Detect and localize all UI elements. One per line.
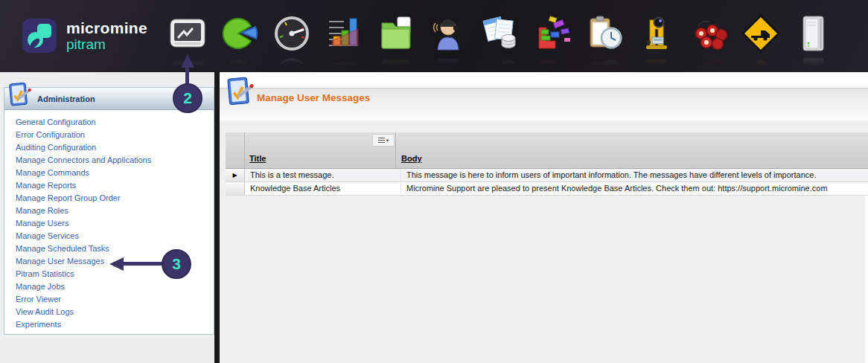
row-selector[interactable]: ▶	[226, 169, 245, 182]
sidebar-item[interactable]: Error Viewer	[16, 293, 214, 306]
sidebar-item[interactable]: Manage Commands	[16, 167, 214, 179]
top-toolbar: micromine pitram	[0, 0, 868, 72]
sidebar-area: Administration General Configuration Err…	[0, 72, 214, 363]
gauge-icon[interactable]	[271, 13, 313, 54]
sidebar-item[interactable]: Manage Connectors and Applications	[16, 154, 214, 167]
sidebar-item[interactable]: Manage Jobs	[16, 280, 214, 293]
administration-panel: Administration General Configuration Err…	[4, 87, 214, 335]
selector-column-header	[226, 132, 245, 168]
dynamite-icon[interactable]	[688, 13, 730, 54]
step-3-arrow-shaft	[123, 262, 162, 266]
sidebar-menu: General Configuration Error Configuratio…	[4, 116, 214, 331]
cell-body[interactable]: This message is here to inform users of …	[401, 169, 868, 182]
server-icon[interactable]	[792, 13, 834, 54]
brand-text: micromine pitram	[66, 19, 147, 52]
column-divider	[395, 132, 396, 168]
truck-sign-icon[interactable]	[740, 13, 782, 54]
pitram-monitor-icon[interactable]	[167, 13, 208, 54]
sidebar-item[interactable]: Manage Reports	[16, 179, 214, 192]
clipboard-clock-icon[interactable]	[584, 13, 625, 54]
main-content: Manage User Messages ▾ Title Body ▶ This…	[220, 72, 868, 363]
sidebar-item[interactable]: Experiments	[16, 318, 214, 331]
cell-body[interactable]: Micromine Support are pleased to present…	[401, 182, 868, 195]
table-row[interactable]: ▶ This is a test message. This message i…	[226, 169, 868, 182]
row-selector[interactable]	[226, 182, 245, 195]
toolbar-icon-row	[167, 13, 834, 54]
column-header-title[interactable]: Title	[249, 154, 266, 163]
brand-product: pitram	[66, 36, 147, 52]
app-window: micromine pitram	[0, 0, 868, 363]
sidebar-item[interactable]: Auditing Configuration	[16, 141, 214, 154]
data-sheets-icon[interactable]	[479, 13, 521, 54]
brand-logo: micromine pitram	[22, 19, 147, 53]
sidebar-item[interactable]: General Configuration	[16, 116, 214, 129]
pie-chart-icon[interactable]	[219, 13, 261, 54]
clipboard-check-icon	[226, 75, 255, 112]
table-row[interactable]: Knowledge Base Articles Micromine Suppor…	[226, 182, 868, 196]
step-2-badge: 2	[173, 83, 202, 113]
operator-icon[interactable]	[427, 13, 469, 54]
folder-icon[interactable]	[375, 13, 417, 54]
table-rows: ▶ This is a test message. This message i…	[226, 169, 868, 196]
clipboard-check-icon	[8, 81, 32, 118]
survey-instrument-icon[interactable]	[636, 13, 677, 54]
micromine-logo-icon	[22, 19, 57, 53]
chevron-down-icon: ▾	[386, 138, 389, 143]
column-chooser-button[interactable]: ▾	[372, 134, 395, 147]
messages-table: ▾ Title Body ▶ This is a test message. T…	[226, 132, 868, 196]
step-2-label: 2	[183, 89, 192, 107]
sidebar-item[interactable]: View Audit Logs	[16, 306, 214, 318]
blocks-icon[interactable]	[532, 13, 573, 54]
column-header-body[interactable]: Body	[401, 154, 422, 163]
brand-name: micromine	[66, 19, 147, 36]
step-3-label: 3	[172, 255, 181, 273]
cell-title[interactable]: Knowledge Base Articles	[245, 182, 401, 195]
step-3-arrowhead-icon	[109, 257, 124, 271]
page-title: Manage User Messages	[257, 92, 370, 103]
table-header-row: ▾ Title Body	[226, 132, 868, 169]
sidebar-item[interactable]: Manage Services	[16, 230, 214, 242]
cell-title[interactable]: This is a test message.	[245, 169, 401, 182]
current-row-marker-icon: ▶	[232, 172, 237, 179]
step-2-arrowhead-icon	[181, 54, 194, 68]
step-3-badge: 3	[162, 249, 191, 279]
sidebar-item[interactable]: Manage Users	[16, 217, 214, 230]
administration-title: Administration	[37, 94, 95, 103]
step-2-arrow-shaft	[185, 67, 189, 85]
sidebar-item[interactable]: Manage Report Group Order	[16, 192, 214, 205]
main-header: Manage User Messages	[220, 72, 868, 121]
list-lines-icon	[378, 138, 385, 143]
sidebar-item[interactable]: Manage Roles	[16, 205, 214, 217]
sidebar-item[interactable]: Error Configuration	[16, 129, 214, 141]
splitter[interactable]	[214, 72, 220, 363]
bar-chart-icon[interactable]	[323, 13, 365, 54]
